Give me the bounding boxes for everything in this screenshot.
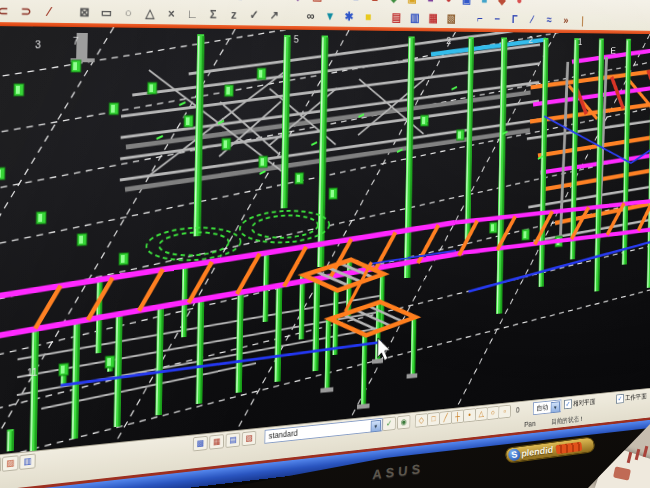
grid-label: 1 [578,36,582,46]
point-tool-icon[interactable]: ⊃ [14,1,37,21]
snap-icon[interactable]: □ [427,412,440,427]
snap-icon[interactable]: ◇ [415,413,428,428]
footing-face [297,175,300,182]
select-filter-icon[interactable]: ▩ [193,436,208,452]
tool-icon[interactable]: ▣ [308,0,328,6]
filter-icon[interactable]: ▼ [320,7,340,26]
circle-tool-icon[interactable]: ○ [117,3,139,23]
tool-icon[interactable]: ◆ [288,0,308,5]
footing-face [331,190,334,197]
create-brace-icon[interactable]: ∕ [523,11,540,28]
clipboard-icon[interactable]: ▧ [442,10,460,28]
footing-face [38,214,42,222]
clipboard-icon[interactable]: ▤ [387,8,406,26]
rect-tool-icon[interactable]: ⊠ [73,3,96,23]
z-tool-icon[interactable]: z [223,5,244,24]
snap-icon[interactable]: ○ [487,406,500,420]
member-mark [452,87,457,90]
footing-face [186,117,190,125]
member-mark [157,136,163,139]
snap-icon[interactable]: ╱ [439,411,452,425]
work-plane-label: 工作平面 [625,392,647,403]
status-icon[interactable]: ▨ [2,455,19,472]
foreground-beam [407,375,418,376]
pan-mode-indicator: Pan [524,419,536,429]
foreground-beam [357,406,370,407]
screen: ▣▲■◆▣●■▲◆▣■●▣■◆● ⊂⊃∕⊠▭○△×∟Σz✓↗∞▼✱■▤▥▦▧⌐−… [0,0,650,488]
tool-icon[interactable]: ▣ [403,0,422,7]
grid-label: 11 [27,366,38,379]
create-beam-icon[interactable]: − [488,10,506,28]
select-filter-icon[interactable]: ▦ [209,434,224,450]
rect-tool-icon[interactable]: ▭ [95,3,117,23]
tool-icon[interactable]: ■ [346,0,365,6]
select-filter-icon[interactable]: ▧ [242,431,257,446]
footing-face [458,131,461,138]
create-curved-beam-icon[interactable]: ≈ [540,11,557,28]
footing-face [121,255,125,263]
create-column-icon[interactable]: ⌐ [471,10,489,28]
structure-beam [533,85,650,104]
clipboard-icon[interactable]: ▥ [406,9,425,27]
footing-face [491,224,494,231]
footing-face [111,105,115,113]
snap-icon[interactable]: • [463,408,476,422]
column-shade [303,277,304,339]
structure-beam [540,152,650,172]
sum-tool-icon[interactable]: Σ [203,5,224,24]
tool-icon[interactable]: ● [327,0,347,6]
clipboard-icon[interactable]: ▦ [424,9,443,27]
delete-tool-icon[interactable]: × [161,4,183,23]
footing-face [79,236,83,244]
chevron-down-icon[interactable]: ▾ [551,401,560,413]
snap-icon[interactable]: △ [475,407,488,421]
triangle-tool-icon[interactable]: △ [139,4,161,24]
footing-face [259,70,263,77]
globe-icon[interactable]: ◉ [397,415,410,430]
tool-icon[interactable]: ■ [421,0,440,8]
footing-face [224,140,228,148]
member-mark [311,142,317,145]
snap-icon[interactable]: ▫ [498,405,511,419]
footing-face [523,231,526,238]
circular-platform-outline [240,209,330,244]
check-tool-icon[interactable]: ✓ [244,6,265,25]
point-tool-icon[interactable]: ∕ [37,2,60,22]
work-plane-checkbox[interactable]: ✓ 工作平面 [616,392,646,404]
tool-icon[interactable]: ▲ [248,0,269,4]
highlight-icon[interactable]: ■ [359,8,378,26]
model-3d-view[interactable]: 375221E11 [0,26,650,456]
confirm-icon[interactable]: ✓ [382,416,395,431]
tool-icon[interactable]: ● [511,0,529,9]
point-tool-icon[interactable]: ⊂ [0,1,15,21]
tool-icon[interactable]: ▣ [458,0,476,8]
tool-icon[interactable]: ● [440,0,458,8]
footing-face [422,117,425,124]
angle-tool-icon[interactable]: ∟ [182,5,203,24]
tool-icon[interactable]: ◆ [493,0,511,9]
foreground-beam [372,361,383,362]
tool-icon[interactable]: ■ [268,0,288,5]
create-polybeam-icon[interactable]: Γ [506,11,524,28]
relative-plane-label: 相对平面 [573,397,595,409]
structure-beam [538,134,650,156]
binoculars-icon[interactable]: ∞ [301,7,321,26]
foreground-beam [320,389,333,390]
model-viewport[interactable]: 375221E11 [0,26,650,456]
create-twin-icon[interactable]: » [557,12,574,29]
tool-icon[interactable]: ▣ [227,0,248,4]
tool-icon[interactable]: ◆ [384,0,403,7]
snap-icon[interactable]: ┼ [451,409,464,423]
arrow-tool-icon[interactable]: ↗ [264,6,284,25]
tool-icon[interactable]: ▲ [365,0,384,7]
relative-plane-checkbox[interactable]: ✓ 相对平面 [564,397,595,410]
status-icon[interactable]: ▥ [19,453,35,470]
select-filter-icon[interactable]: ▤ [226,432,241,448]
snap-settings-icon[interactable]: ✱ [340,8,359,26]
tool-icon[interactable]: ■ [475,0,493,9]
footing-face [107,358,111,366]
chevron-down-icon[interactable]: ▾ [371,420,381,433]
create-post-icon[interactable]: | [574,12,591,29]
grid-label: 3 [35,38,41,50]
screen-perspective-wrapper: ▣▲■◆▣●■▲◆▣■●▣■◆● ⊂⊃∕⊠▭○△×∟Σz✓↗∞▼✱■▤▥▦▧⌐−… [0,0,650,488]
